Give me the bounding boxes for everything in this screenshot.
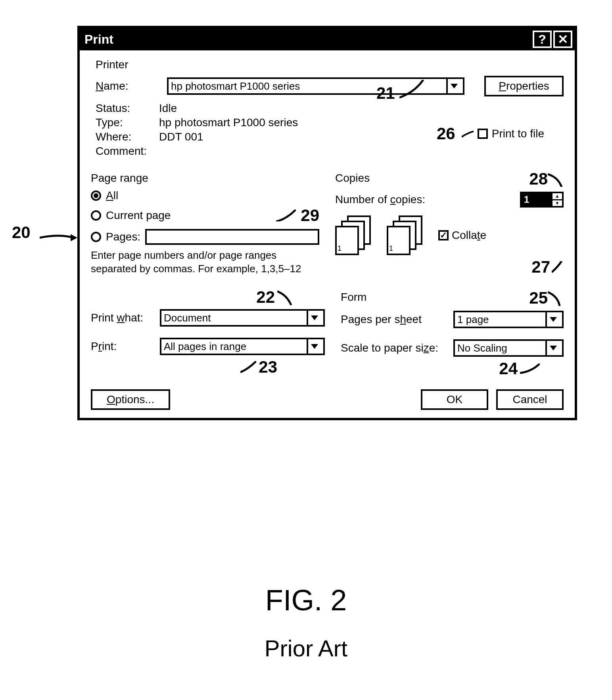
leader-26 [462, 130, 474, 138]
pagerange-section-label: Page range [91, 172, 319, 185]
copies-value: 1 [522, 193, 551, 206]
form-section-label: Form [341, 291, 529, 304]
radio-current[interactable]: Current page 29 [91, 206, 319, 225]
where-value: DDT 001 [159, 131, 203, 143]
dialog-title: Print [82, 32, 533, 47]
question-icon: ? [538, 32, 546, 47]
spinner-down-icon[interactable]: ▼ [553, 200, 562, 206]
help-button[interactable]: ? [533, 31, 552, 48]
pps-value: 1 page [457, 313, 545, 326]
leader-21 [399, 80, 427, 100]
type-label: Type: [96, 116, 159, 129]
annotation-29: 29 [301, 206, 319, 225]
close-icon: ✕ [558, 32, 568, 47]
radio-icon [91, 210, 101, 221]
print-to-file-checkbox[interactable] [478, 129, 488, 139]
printer-section-label: Printer [96, 58, 564, 71]
leader-25 [548, 290, 564, 306]
svg-marker-3 [311, 344, 318, 349]
printwhat-dropdown[interactable]: Document [160, 309, 325, 327]
annotation-23: 23 [259, 358, 277, 377]
figure-title: FIG. 2 [0, 583, 612, 617]
copies-spinner[interactable]: 1 ▲ ▼ [520, 192, 564, 208]
radio-all[interactable]: All [91, 189, 319, 202]
printwhat-label: Print what: [91, 312, 154, 324]
annotation-28: 28 [529, 169, 548, 188]
type-value: hp photosmart P1000 series [159, 116, 298, 129]
leader-23 [240, 361, 256, 373]
collate-checkbox[interactable] [438, 230, 449, 240]
collate-illustration: 3 2 1 [335, 215, 371, 255]
annotation-22: 22 [256, 288, 275, 307]
cancel-button[interactable]: Cancel [496, 389, 564, 410]
ok-button[interactable]: OK [421, 389, 488, 410]
leader-29 [276, 210, 296, 221]
scale-label: Scale to paper size: [341, 342, 448, 354]
scale-value: No Scaling [457, 342, 545, 354]
print-to-file-label: Print to file [492, 127, 544, 140]
radio-icon [91, 190, 101, 201]
svg-marker-1 [451, 84, 458, 88]
pages-help: Enter page numbers and/or page ranges se… [91, 249, 319, 276]
titlebar: Print ? ✕ [80, 28, 575, 50]
chevron-down-icon [446, 79, 460, 93]
options-button[interactable]: Options... [91, 389, 170, 410]
radio-pages[interactable]: Pages: [91, 229, 319, 245]
properties-button[interactable]: Properties [484, 76, 564, 96]
collate-illustration: 3 2 1 [387, 215, 422, 255]
annotation-20: 20 [12, 223, 31, 242]
leader-arrow-20 [40, 232, 77, 244]
status-label: Status: [96, 102, 159, 115]
pps-label: Pages per sheet [341, 313, 448, 326]
annotation-24: 24 [499, 359, 518, 378]
figure-subtitle: Prior Art [0, 635, 612, 662]
svg-marker-0 [71, 234, 77, 241]
where-label: Where: [96, 131, 159, 143]
chevron-down-icon [307, 311, 321, 325]
pps-dropdown[interactable]: 1 page [453, 311, 564, 328]
scale-dropdown[interactable]: No Scaling [453, 339, 564, 357]
chevron-down-icon [545, 312, 560, 327]
annotation-21: 21 [376, 84, 395, 103]
print-dropdown[interactable]: All pages in range [160, 338, 325, 355]
spinner-up-icon[interactable]: ▲ [553, 193, 562, 200]
status-value: Idle [159, 102, 177, 115]
annotation-25: 25 [529, 288, 548, 308]
print-label: Print: [91, 340, 154, 353]
copies-section-label: Copies [335, 172, 529, 185]
pages-input[interactable] [145, 229, 319, 245]
copies-label: Number of copies: [335, 193, 514, 206]
close-button[interactable]: ✕ [553, 31, 572, 48]
leader-27 [552, 261, 564, 273]
comment-label: Comment: [96, 145, 159, 158]
svg-marker-5 [550, 346, 557, 350]
svg-marker-4 [550, 317, 557, 322]
leader-22 [277, 289, 293, 305]
leader-24 [520, 363, 540, 374]
annotation-27: 27 [531, 258, 550, 277]
annotation-26: 26 [437, 124, 455, 143]
printwhat-value: Document [164, 312, 307, 324]
leader-28 [548, 171, 564, 187]
print-value: All pages in range [164, 340, 307, 353]
print-dialog: Print ? ✕ Printer Name: hp photosmart P1… [77, 26, 577, 420]
radio-icon [91, 232, 101, 242]
chevron-down-icon [307, 339, 321, 354]
svg-marker-2 [311, 315, 318, 320]
chevron-down-icon [545, 341, 560, 355]
collate-label: Collate [452, 229, 486, 242]
name-label: Name: [96, 80, 159, 92]
